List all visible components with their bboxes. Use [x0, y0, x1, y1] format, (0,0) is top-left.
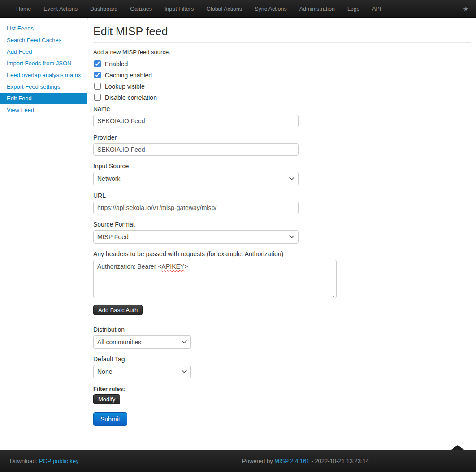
- nav-item-home[interactable]: Home: [10, 0, 37, 18]
- enabled-checkbox[interactable]: [94, 60, 101, 67]
- nav-item-input-filters[interactable]: Input Filters: [158, 0, 200, 18]
- submit-button[interactable]: Submit: [93, 412, 127, 426]
- sidebar-item-view-feed[interactable]: View Feed: [0, 104, 87, 116]
- resize-grip-icon[interactable]: [330, 292, 335, 297]
- footer-powered-by: Powered by MISP 2.4.161 - 2022-10-21 13:…: [242, 450, 369, 472]
- headers-value-prefix: Authorization: Bearer <: [97, 263, 162, 270]
- distribution-select-wrap: All communities: [93, 335, 191, 349]
- source-format-field-label: Source Format: [93, 221, 471, 228]
- nav-item-global-actions[interactable]: Global Actions: [200, 0, 248, 18]
- name-field[interactable]: [93, 115, 299, 127]
- sidebar-item-import-feeds-from-json[interactable]: Import Feeds from JSON: [0, 58, 87, 69]
- lookup-visible-checkbox-label: Lookup visible: [105, 83, 145, 90]
- page-title: Edit MISP feed: [93, 25, 471, 38]
- nav-item-dashboard[interactable]: Dashboard: [84, 0, 124, 18]
- distribution-block: Distribution All communities: [93, 326, 471, 349]
- name-field-label: Name: [93, 105, 471, 112]
- sidebar-item-add-feed[interactable]: Add Feed: [0, 46, 87, 58]
- star-icon[interactable]: ★: [456, 0, 476, 18]
- input-source-select[interactable]: Network: [93, 172, 299, 185]
- footer-download: Download: PGP public key: [10, 450, 79, 472]
- sidebar-item-list-feeds[interactable]: List Feeds: [0, 23, 87, 34]
- distribution-select[interactable]: All communities: [93, 335, 191, 349]
- source-format-select-wrap: MISP Feed: [93, 230, 299, 244]
- nav-item-galaxies[interactable]: Galaxies: [124, 0, 158, 18]
- pgp-public-key-link[interactable]: PGP public key: [39, 458, 79, 464]
- url-field[interactable]: [93, 202, 299, 214]
- disable-correlation-checkbox[interactable]: [94, 94, 101, 101]
- lookup-visible-checkbox[interactable]: [94, 83, 101, 90]
- provider-field-label: Provider: [93, 134, 471, 141]
- default-tag-field-label: Default Tag: [93, 356, 471, 363]
- input-source-field-label: Input Source: [93, 163, 471, 170]
- title-divider: [93, 42, 471, 43]
- default-tag-select-wrap: None: [93, 365, 191, 378]
- caching-enabled-checkbox-label: Caching enabled: [105, 72, 152, 79]
- headers-value-spellchecked-word: APIKEY: [162, 263, 185, 270]
- sidebar: List Feeds Search Feed Caches Add Feed I…: [0, 18, 87, 450]
- checkbox-row-enabled: Enabled: [93, 58, 471, 69]
- modify-button[interactable]: Modify: [93, 394, 120, 404]
- main-content: Edit MISP feed Add a new MISP feed sourc…: [88, 18, 476, 450]
- powered-by-label: Powered by: [242, 458, 273, 464]
- enabled-checkbox-label: Enabled: [105, 60, 128, 68]
- headers-textarea[interactable]: Authorization: Bearer <APIKEY>: [93, 260, 337, 298]
- provider-field[interactable]: [93, 143, 299, 156]
- footer: Download: PGP public key Powered by MISP…: [0, 450, 476, 472]
- checkbox-row-caching-enabled: Caching enabled: [93, 69, 471, 81]
- distribution-field-label: Distribution: [93, 326, 471, 333]
- nav-item-administration[interactable]: Administration: [293, 0, 341, 18]
- nav-item-sync-actions[interactable]: Sync Actions: [248, 0, 293, 18]
- headers-field-label: Any headers to be passed with requests (…: [93, 250, 471, 257]
- sidebar-item-export-feed-settings[interactable]: Export Feed settings: [0, 81, 87, 93]
- nav-item-event-actions[interactable]: Event Actions: [37, 0, 84, 18]
- source-format-select[interactable]: MISP Feed: [93, 230, 299, 244]
- filter-rules-label: Filter rules:: [93, 386, 471, 392]
- nav-item-api[interactable]: API: [366, 0, 387, 18]
- url-field-label: URL: [93, 192, 471, 199]
- sidebar-item-feed-overlap-analysis-matrix[interactable]: Feed overlap analysis matrix: [0, 69, 87, 81]
- sidebar-item-search-feed-caches[interactable]: Search Feed Caches: [0, 34, 87, 46]
- headers-value-suffix: >: [184, 263, 188, 270]
- checkbox-row-lookup-visible: Lookup visible: [93, 81, 471, 92]
- build-date: - 2022-10-21 13:23:14: [311, 458, 369, 464]
- form-description: Add a new MISP feed source.: [93, 49, 471, 56]
- checkbox-row-disable-correlation: Disable correlation: [93, 92, 471, 103]
- caching-enabled-checkbox[interactable]: [94, 72, 101, 78]
- misp-version-link[interactable]: MISP 2.4.161: [274, 458, 310, 464]
- top-navbar: Home Event Actions Dashboard Galaxies In…: [0, 0, 476, 18]
- sidebar-item-edit-feed[interactable]: Edit Feed: [0, 93, 87, 104]
- disable-correlation-checkbox-label: Disable correlation: [105, 94, 157, 101]
- download-label: Download:: [10, 458, 37, 464]
- scroll-to-top-button[interactable]: [451, 445, 464, 450]
- input-source-select-wrap: Network: [93, 172, 299, 185]
- nav-item-logs[interactable]: Logs: [341, 0, 366, 18]
- default-tag-select[interactable]: None: [93, 365, 191, 378]
- add-basic-auth-button[interactable]: Add Basic Auth: [93, 305, 143, 315]
